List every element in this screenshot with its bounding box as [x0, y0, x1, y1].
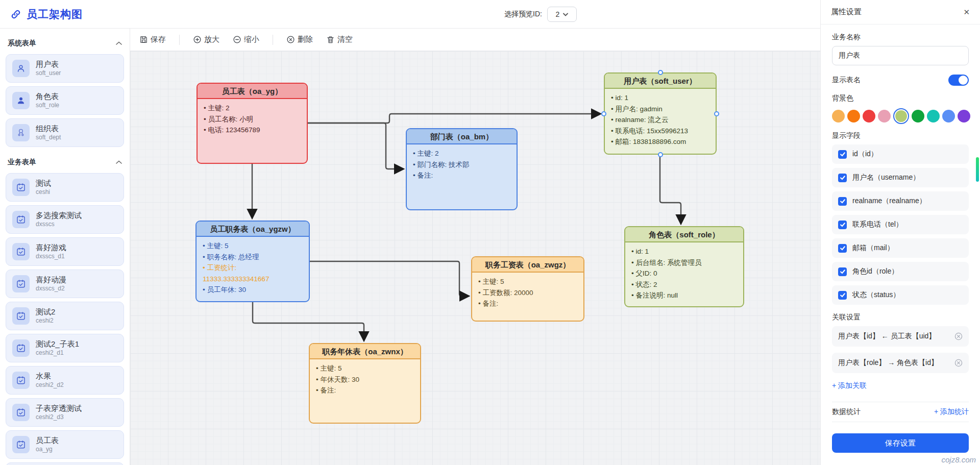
delete-button[interactable]: 删除 [286, 35, 313, 44]
clear-button[interactable]: 清空 [326, 35, 353, 44]
sidebar-item-dxsscs-d1[interactable]: 喜好游戏dxsscs_d1 [6, 237, 124, 266]
table-node-oa-ygzw[interactable]: 员工职务表（oa_ygzw） 主键: 5 职务名称: 总经理 工资统计: 113… [195, 221, 310, 302]
link-icon [10, 9, 21, 20]
table-node-oa-bm[interactable]: 部门表（oa_bm） 主键: 2 部门名称: 技术部 备注: [406, 128, 518, 210]
zoom-out-icon [233, 35, 241, 44]
field-row-mail[interactable]: 邮箱（mail） [832, 238, 969, 258]
table-node-soft-user[interactable]: 用户表（soft_user） id: 1 用户名: gadmin realnam… [604, 72, 717, 155]
sidebar-item-label: 子表穿透测试 [36, 404, 82, 413]
user-icon [12, 60, 30, 77]
add-stats-link[interactable]: + 添加统计 [934, 407, 969, 417]
zoom-out-button[interactable]: 缩小 [233, 35, 259, 44]
color-swatch[interactable] [927, 110, 940, 123]
connection-point-left[interactable] [601, 111, 606, 116]
zoom-in-button[interactable]: 放大 [193, 35, 219, 44]
show-table-name-label: 显示表名 [832, 76, 861, 85]
table-node-oa-zwgz[interactable]: 职务工资表（oa_zwgz） 主键: 5 工资数额: 20000 备注: [471, 256, 584, 322]
color-swatch[interactable] [958, 110, 970, 123]
node-field: 部门名称: 技术部 [413, 159, 510, 170]
section-title: 业务表单 [8, 158, 36, 167]
sidebar-item-ceshi[interactable]: 测试ceshi [6, 173, 124, 202]
diagram-canvas[interactable]: 员工表（oa_yg） 主键: 2 员工名称: 小明 电话: 123456789 … [130, 51, 820, 465]
save-settings-button[interactable]: 保存设置 [832, 433, 969, 453]
checkbox-checked-icon[interactable] [838, 221, 847, 229]
edge-yg-to-bm [308, 123, 403, 169]
color-swatch-selected[interactable] [893, 108, 909, 124]
sidebar-item-ceshi2-d3[interactable]: 子表穿透测试ceshi2_d3 [6, 398, 124, 427]
field-row-id[interactable]: id（id） [832, 144, 969, 164]
color-swatch[interactable] [942, 110, 955, 123]
brand: 员工架构图 [10, 7, 83, 21]
field-row-role[interactable]: 角色id（role） [832, 262, 969, 281]
zoom-in-icon [193, 35, 202, 44]
sidebar-item-code: dxsscs [36, 221, 82, 228]
checkbox-checked-icon[interactable] [838, 291, 847, 300]
sidebar-item-code: soft_role [36, 102, 59, 109]
node-field: 主键: 2 [204, 103, 301, 114]
section-system-forms[interactable]: 系统表单 [6, 36, 124, 51]
node-field: 父ID: 0 [631, 268, 737, 279]
close-icon[interactable]: ✕ [963, 8, 970, 17]
sidebar-item-partial[interactable] [6, 462, 124, 465]
remove-relation-icon[interactable] [954, 359, 963, 367]
checkbox-checked-icon[interactable] [838, 150, 847, 159]
preview-id-label: 选择预览ID: [504, 10, 542, 19]
connection-point-bottom[interactable] [658, 152, 663, 157]
field-row-username[interactable]: 用户名（username） [832, 168, 969, 187]
node-field: 工资数额: 20000 [478, 287, 577, 299]
display-fields-label: 显示字段 [832, 131, 969, 140]
table-node-oa-yg[interactable]: 员工表（oa_yg） 主键: 2 员工名称: 小明 电话: 123456789 [197, 83, 308, 164]
checkbox-checked-icon[interactable] [838, 197, 847, 206]
node-clipped-row: · · [611, 148, 709, 152]
node-field: 邮箱: 1838188896.com [611, 136, 709, 148]
color-swatch[interactable] [832, 110, 845, 123]
checkbox-checked-icon[interactable] [838, 174, 847, 182]
remove-relation-icon[interactable] [954, 332, 963, 340]
color-swatch[interactable] [847, 110, 860, 123]
node-field: 员工名称: 小明 [204, 114, 301, 125]
business-name-input[interactable] [832, 46, 969, 65]
add-relation-link[interactable]: + 添加关联 [832, 381, 867, 390]
connection-point-top[interactable] [658, 70, 663, 75]
divider [832, 402, 969, 402]
show-table-name-toggle[interactable] [948, 75, 969, 86]
relation-row: 用户表【id】 ← 员工表【uid】 [832, 326, 969, 347]
sidebar-item-label: 喜好游戏 [36, 243, 66, 253]
sidebar-item-ceshi2[interactable]: 测试2ceshi2 [6, 302, 124, 330]
sidebar-item-code: ceshi2 [36, 317, 55, 325]
checkbox-checked-icon[interactable] [838, 267, 847, 276]
edge-ygzw-to-zwgz [310, 261, 468, 296]
sidebar-item-ceshi2-d1[interactable]: 测试2_子表1ceshi2_d1 [6, 334, 124, 362]
sidebar-item-oa-yg[interactable]: 员工表oa_yg [6, 430, 124, 459]
field-row-status[interactable]: 状态（status） [832, 285, 969, 305]
relations-label: 关联设置 [832, 313, 969, 322]
save-label: 保存 [151, 35, 166, 44]
field-row-tel[interactable]: 联系电话（tel） [832, 215, 969, 234]
section-business-forms[interactable]: 业务表单 [6, 155, 124, 170]
table-node-oa-zwnx[interactable]: 职务年休表（oa_zwnx） 主键: 5 年休天数: 30 备注: [309, 343, 421, 424]
chevron-up-icon[interactable] [116, 160, 122, 164]
table-node-soft-role[interactable]: 角色表（soft_role） id: 1 后台组名: 系统管理员 父ID: 0 … [624, 226, 744, 307]
sidebar-item-dxsscs[interactable]: 多选搜索测试dxsscs [6, 205, 124, 234]
org-icon [12, 124, 30, 141]
sidebar-item-soft-role[interactable]: 角色表 soft_role [6, 86, 124, 115]
connection-point-right[interactable] [714, 111, 719, 116]
color-swatch[interactable] [878, 110, 891, 123]
field-label: id（id） [852, 150, 878, 159]
field-row-realname[interactable]: realname（realname） [832, 191, 969, 211]
node-field: 备注说明: null [631, 290, 737, 301]
checkbox-checked-icon[interactable] [838, 244, 847, 253]
color-swatch[interactable] [863, 110, 875, 123]
sidebar-item-ceshi2-d2[interactable]: 水果ceshi2_d2 [6, 366, 124, 395]
sidebar-item-soft-dept[interactable]: 组织表 soft_dept [6, 118, 124, 147]
save-icon [139, 35, 148, 44]
save-button[interactable]: 保存 [139, 35, 166, 44]
node-title: 员工表（oa_yg） [198, 84, 307, 99]
scrollbar-thumb[interactable] [976, 157, 979, 182]
field-label: realname（realname） [852, 197, 926, 206]
preview-id-select[interactable]: 2 [547, 7, 577, 22]
sidebar-item-dxsscs-d2[interactable]: 喜好动漫dxsscs_d2 [6, 270, 124, 298]
sidebar-item-soft-user[interactable]: 用户表 soft_user [6, 54, 124, 83]
color-swatch[interactable] [912, 110, 924, 123]
chevron-up-icon[interactable] [116, 41, 122, 45]
